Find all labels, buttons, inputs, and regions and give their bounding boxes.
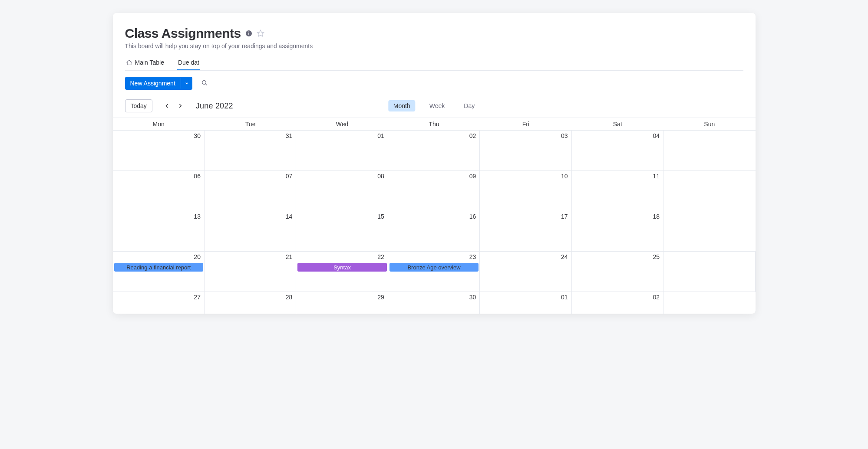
calendar-day-cell[interactable]: 04 xyxy=(572,131,663,170)
svg-point-4 xyxy=(202,80,206,84)
view-mode-month[interactable]: Month xyxy=(388,100,416,111)
calendar-week-row: 060708091011 xyxy=(113,171,756,211)
calendar-event[interactable]: Syntax xyxy=(297,263,386,272)
calendar-controls: Today June 2022 Month Week Day xyxy=(113,96,756,118)
calendar-day-cell[interactable]: 07 xyxy=(205,171,296,211)
tab-main-table[interactable]: Main Table xyxy=(125,56,165,70)
calendar-day-cell[interactable]: 31 xyxy=(205,131,296,170)
view-mode-week[interactable]: Week xyxy=(424,100,450,111)
day-number: 30 xyxy=(194,132,201,139)
calendar-day-cell[interactable]: 30 xyxy=(388,292,480,314)
svg-point-2 xyxy=(248,32,249,33)
day-number: 23 xyxy=(469,253,476,260)
calendar-day-cell[interactable]: 17 xyxy=(480,211,571,251)
chevron-down-icon[interactable] xyxy=(181,78,192,88)
weekday-tue: Tue xyxy=(205,118,296,130)
next-month-button[interactable] xyxy=(176,101,185,111)
calendar-day-cell[interactable]: 01 xyxy=(480,292,571,314)
calendar-day-cell[interactable]: 29 xyxy=(296,292,388,314)
day-number: 22 xyxy=(377,253,384,260)
tab-due-date[interactable]: Due dat xyxy=(177,56,200,70)
calendar-day-cell[interactable] xyxy=(663,211,755,251)
calendar-day-cell[interactable] xyxy=(663,292,755,314)
calendar-day-cell[interactable]: 02 xyxy=(572,292,663,314)
toolbar: New Assignment S xyxy=(125,71,743,96)
nav-arrows xyxy=(163,101,185,111)
weekday-fri: Fri xyxy=(480,118,571,130)
calendar: Mon Tue Wed Thu Fri Sat Sun 303101020304… xyxy=(113,118,756,314)
day-number: 01 xyxy=(377,132,384,139)
calendar-day-cell[interactable]: 24 xyxy=(480,252,571,292)
title-row: Class Assignments xyxy=(125,26,743,41)
calendar-day-cell[interactable]: 25 xyxy=(572,252,663,292)
info-icon[interactable] xyxy=(245,30,252,37)
calendar-week-row: 303101020304 xyxy=(113,131,756,171)
svg-marker-3 xyxy=(257,30,264,36)
day-number: 18 xyxy=(653,213,660,220)
calendar-day-cell[interactable] xyxy=(663,252,755,292)
home-icon xyxy=(126,59,132,66)
day-number: 27 xyxy=(194,294,201,301)
today-button[interactable]: Today xyxy=(125,99,152,112)
prev-month-button[interactable] xyxy=(163,101,172,111)
day-number: 17 xyxy=(561,213,568,220)
calendar-day-cell[interactable]: 27 xyxy=(113,292,205,314)
calendar-day-cell[interactable]: 10 xyxy=(480,171,571,211)
calendar-day-cell[interactable]: 23 xyxy=(388,252,480,292)
weekday-thu: Thu xyxy=(388,118,480,130)
calendar-day-cell[interactable]: 11 xyxy=(572,171,663,211)
calendar-day-cell[interactable]: 28 xyxy=(205,292,296,314)
calendar-week-row: 272829300102 xyxy=(113,292,756,314)
calendar-day-cell[interactable]: 15 xyxy=(296,211,388,251)
calendar-day-cell[interactable]: 14 xyxy=(205,211,296,251)
board-card: Class Assignments This board will help y… xyxy=(113,13,756,314)
calendar-day-cell[interactable]: 21 xyxy=(205,252,296,292)
day-number: 11 xyxy=(653,173,660,180)
day-number: 30 xyxy=(469,294,476,301)
day-number: 03 xyxy=(561,132,568,139)
calendar-day-cell[interactable]: 20 xyxy=(113,252,205,292)
search-button[interactable]: S xyxy=(201,79,210,88)
view-mode-switch: Month Week Day xyxy=(388,100,480,111)
calendar-event[interactable]: Reading a financial report xyxy=(114,263,203,272)
calendar-day-cell[interactable]: 16 xyxy=(388,211,480,251)
calendar-day-cell[interactable]: 02 xyxy=(388,131,480,170)
calendar-day-cell[interactable]: 06 xyxy=(113,171,205,211)
month-label: June 2022 xyxy=(196,102,233,111)
day-number: 06 xyxy=(194,173,201,180)
calendar-day-cell[interactable]: 30 xyxy=(113,131,205,170)
view-tabs: Main Table Due dat xyxy=(125,56,743,71)
calendar-week-row: 131415161718 xyxy=(113,211,756,252)
day-number: 16 xyxy=(469,213,476,220)
board-title: Class Assignments xyxy=(125,26,241,41)
svg-rect-1 xyxy=(248,33,249,35)
calendar-day-cell[interactable]: 03 xyxy=(480,131,571,170)
calendar-day-cell[interactable]: 13 xyxy=(113,211,205,251)
day-number: 13 xyxy=(194,213,201,220)
star-icon[interactable] xyxy=(257,29,264,37)
calendar-day-cell[interactable]: 01 xyxy=(296,131,388,170)
day-number: 20 xyxy=(194,253,201,260)
calendar-day-cell[interactable]: 22 xyxy=(296,252,388,292)
new-assignment-button[interactable]: New Assignment xyxy=(125,77,192,90)
day-number: 04 xyxy=(653,132,660,139)
calendar-day-cell[interactable] xyxy=(663,171,755,211)
weekday-wed: Wed xyxy=(296,118,388,130)
calendar-week-row: 202122232425Reading a financial reportSy… xyxy=(113,252,756,292)
day-number: 02 xyxy=(653,294,660,301)
day-number: 01 xyxy=(561,294,568,301)
day-number: 08 xyxy=(377,173,384,180)
day-number: 24 xyxy=(561,253,568,260)
tab-due-date-label: Due dat xyxy=(178,59,199,66)
calendar-day-cell[interactable]: 08 xyxy=(296,171,388,211)
calendar-event[interactable]: Bronze Age overview xyxy=(389,263,479,272)
day-number: 15 xyxy=(377,213,384,220)
view-mode-day[interactable]: Day xyxy=(459,100,480,111)
weekday-mon: Mon xyxy=(113,118,205,130)
calendar-day-cell[interactable]: 09 xyxy=(388,171,480,211)
calendar-day-cell[interactable]: 18 xyxy=(572,211,663,251)
calendar-day-cell[interactable] xyxy=(663,131,755,170)
day-number: 28 xyxy=(286,294,293,301)
day-number: 07 xyxy=(286,173,293,180)
day-number: 21 xyxy=(286,253,293,260)
